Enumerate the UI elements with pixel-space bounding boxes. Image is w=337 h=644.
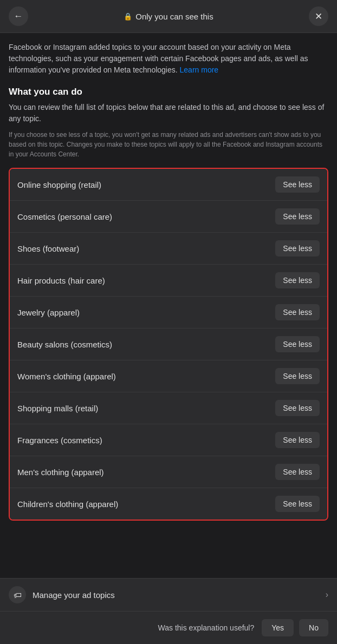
topic-row: Shoes (footwear)See less [10,233,327,265]
feedback-question: Was this explanation useful? [9,623,254,632]
manage-label: Manage your ad topics [33,590,115,600]
topic-row: Online shopping (retail)See less [10,169,327,201]
see-less-button[interactable]: See less [275,176,320,193]
header-title: Only you can see this [135,12,213,21]
see-less-button[interactable]: See less [275,336,320,352]
topic-row: Jewelry (apparel)See less [10,297,327,328]
see-less-button[interactable]: See less [275,464,320,480]
topic-label: Shopping malls (retail) [17,404,98,413]
content-area: Facebook or Instagram added topics to yo… [0,33,337,577]
topic-row: Cosmetics (personal care)See less [10,201,327,233]
topic-row: Beauty salons (cosmetics)See less [10,328,327,360]
topic-row: Children's clothing (apparel)See less [10,488,327,520]
topic-label: Children's clothing (apparel) [17,500,118,509]
section-title: What you can do [9,87,328,97]
see-less-button[interactable]: See less [275,432,320,448]
yes-button[interactable]: Yes [262,619,294,636]
topic-label: Shoes (footwear) [17,244,79,253]
close-icon: ✕ [315,11,322,22]
lock-icon: 🔒 [124,12,132,21]
see-less-button[interactable]: See less [275,304,320,320]
section-note: If you choose to see less of a topic, yo… [9,130,328,159]
see-less-button[interactable]: See less [275,240,320,257]
see-less-button[interactable]: See less [275,400,320,416]
see-less-button[interactable]: See less [275,272,320,288]
learn-more-link[interactable]: Learn more [180,65,219,74]
no-button[interactable]: No [299,619,328,636]
topic-label: Online shopping (retail) [17,180,101,189]
topic-label: Cosmetics (personal care) [17,212,112,221]
topic-label: Women's clothing (apparel) [17,372,116,381]
see-less-button[interactable]: See less [275,496,320,512]
topic-label: Fragrances (cosmetics) [17,436,102,445]
topic-row: Hair products (hair care)See less [10,265,327,297]
section-desc: You can review the full list of topics b… [9,102,328,124]
topic-row: Men's clothing (apparel)See less [10,456,327,488]
topic-label: Men's clothing (apparel) [17,468,104,477]
back-button[interactable]: ← [9,6,28,26]
tag-icon: 🏷 [9,586,26,603]
topic-label: Jewelry (apparel) [17,308,80,317]
manage-left: 🏷 Manage your ad topics [9,586,115,603]
manage-ad-topics-row[interactable]: 🏷 Manage your ad topics › [0,578,337,611]
close-button[interactable]: ✕ [309,6,328,26]
header: ← 🔒 Only you can see this ✕ [0,0,337,33]
topics-list: Online shopping (retail)See lessCosmetic… [9,168,328,521]
intro-text: Facebook or Instagram added topics to yo… [9,42,328,76]
topic-row: Women's clothing (apparel)See less [10,360,327,392]
header-center: 🔒 Only you can see this [28,12,309,21]
topic-label: Beauty salons (cosmetics) [17,340,112,349]
topic-row: Fragrances (cosmetics)See less [10,424,327,456]
see-less-button[interactable]: See less [275,208,320,225]
topic-label: Hair products (hair care) [17,276,105,285]
chevron-right-icon: › [326,590,328,600]
topic-row: Shopping malls (retail)See less [10,392,327,424]
footer: Was this explanation useful? Yes No [0,611,337,644]
back-icon: ← [14,11,23,22]
see-less-button[interactable]: See less [275,368,320,384]
